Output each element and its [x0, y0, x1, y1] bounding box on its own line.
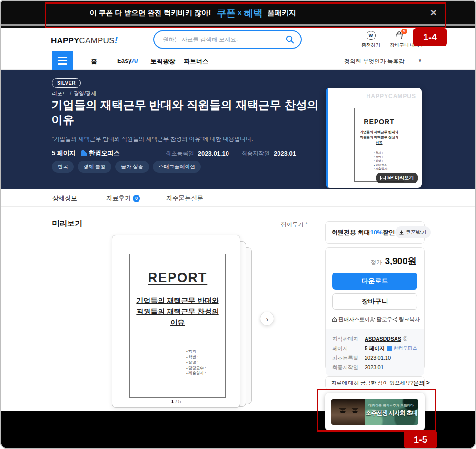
nav-item-topic[interactable]: 토픽광장: [150, 57, 175, 66]
nav-item-home[interactable]: 홈: [91, 57, 97, 66]
report-cover-box: REPORT 기업들의 재택근무 반대와 직원들의 재택근무 찬성의 이유 학과…: [129, 254, 226, 398]
download-button[interactable]: 다운로드: [332, 273, 417, 290]
share-icon: [392, 317, 397, 322]
breadcrumb-separator: /: [70, 90, 71, 96]
menu-hamburger-button[interactable]: [52, 51, 73, 70]
info-row-pages: 페이지 5 페이지 한컴오피스: [332, 343, 417, 353]
add-to-cart-button[interactable]: 장바구니: [332, 293, 417, 310]
info-row-reg-date: 최초등록일 2023.01.10: [332, 353, 417, 362]
download-icon: [399, 230, 404, 235]
inquiry-link[interactable]: 문의 >: [413, 379, 429, 387]
grade-badge: SILVER: [52, 78, 81, 88]
main-nav: 홈 EasyAI 토픽광장 파트너스 정의란 무엇인가 독후감 ∨: [1, 51, 475, 70]
page-title: 기업들의 재택근무 반대와 직원들의 재택근무 찬성의 이유: [51, 98, 327, 127]
search-bar: [153, 30, 302, 49]
nav-item-easyai[interactable]: EasyAI: [117, 57, 138, 64]
home-icon: [332, 317, 337, 322]
annotation-badge-1-4: 1-4: [413, 28, 447, 46]
product-info-panel: 지식판매자 ASDASDDSAS ⓒ 페이지 5 페이지 한컴오피스 최초등록일…: [326, 329, 424, 376]
page-indicator: 1 / 5: [112, 399, 240, 404]
hancom-doc-icon: [387, 346, 392, 351]
tag-stagflation[interactable]: 스태그플레이션: [153, 161, 201, 173]
logo-bang: !: [115, 35, 118, 45]
tag-recession[interactable]: 경제 불황: [78, 161, 111, 173]
site-header: HAPPYCAMPUS! ₩ 충전하기 9 장바구니 내정보: [1, 28, 475, 51]
tab-faq[interactable]: 자주묻는질문: [166, 194, 203, 203]
breadcrumb: 리포트/경영/경제: [52, 90, 96, 97]
info-row-mod-date: 최종저작일 2023.01: [332, 362, 417, 372]
reg-date-value: 2023.01.10: [198, 150, 229, 157]
nav-item-partners[interactable]: 파트너스: [184, 57, 208, 66]
easyai-ai: AI: [131, 57, 138, 64]
coupon-text: 회원전용 최대10%할인: [331, 228, 395, 237]
detail-tabs: 상세정보 자료후기0 자주묻는질문: [1, 189, 475, 207]
chevron-down-icon[interactable]: ∨: [418, 57, 422, 63]
logo-part-campus: CAMPUS: [79, 36, 115, 45]
report-title-line1: 기업들의 재택근무 반대와: [130, 295, 225, 306]
report-heading: REPORT: [355, 118, 404, 126]
tag-inflation[interactable]: 물가 상승: [115, 161, 149, 173]
report-title-line3: 이유: [355, 140, 404, 145]
copy-link-link[interactable]: 링크복사: [392, 316, 420, 323]
mod-date-value: 2023.01: [274, 150, 296, 157]
seller-links: 판매자스토어 팔로우 링크복사: [326, 310, 424, 323]
annotation-badge-1-5: 1-5: [404, 431, 437, 448]
person-plus-icon: [370, 317, 375, 322]
follow-link[interactable]: 팔로우: [370, 316, 392, 323]
preview-page-front: REPORT 기업들의 재택근무 반대와 직원들의 재택근무 찬성의 이유 학과…: [112, 235, 240, 408]
image-icon: [380, 176, 386, 180]
thumbnail-report-cover: REPORT 기업들의 재택근무 반대와 직원들의 재택근무 찬성의 이유 학과…: [354, 108, 404, 182]
reg-date-label: 최초등록일: [166, 149, 194, 157]
report-fields: 학과 :학번 :성명 :담당교수 :제출일자 :: [130, 349, 225, 376]
collapse-toggle[interactable]: 접어두기 ^: [281, 221, 308, 229]
annotation-box-top: [45, 2, 446, 28]
inquiry-card: 자료에 대해 궁금한 점이 있으세요? 문의 >: [325, 376, 425, 390]
price-row: 정가3,900원: [326, 248, 424, 267]
report-title-line2: 직원들의 재택근무 찬성의: [355, 135, 404, 140]
coin-icon: ₩: [359, 30, 382, 40]
coupon-card: 회원전용 최대10%할인 쿠폰받기: [325, 221, 425, 244]
easyai-easy: Easy: [117, 57, 131, 64]
logo-part-happy: HAPPY: [51, 36, 79, 45]
related-doc-dropdown[interactable]: 정의란 무엇인가 독후감: [344, 58, 405, 66]
search-icon[interactable]: [285, 35, 295, 44]
file-format: 한컴오피스: [89, 149, 120, 157]
report-heading: REPORT: [130, 271, 225, 285]
next-page-button[interactable]: ›: [260, 312, 274, 326]
tag-list: 한국 경제 불황 물가 상승 스태그플레이션: [52, 161, 201, 173]
price-label: 정가: [370, 259, 382, 265]
happycampus-product-page: 이 쿠폰 다 받으면 완전 럭키비키 잖아! 쿠폰 X 혜택 풀패키지 ✕ 1-…: [0, 0, 476, 449]
price-value: 3,900원: [385, 256, 416, 266]
seller-grade-icon: ⓒ: [403, 334, 407, 343]
tag-korea[interactable]: 한국: [52, 161, 74, 173]
tab-detail[interactable]: 상세정보: [52, 194, 77, 203]
tab-review[interactable]: 자료후기0: [106, 194, 140, 203]
discount-percent: 10%: [370, 229, 383, 236]
mod-date-label: 최종저작일: [241, 149, 270, 157]
charge-button[interactable]: ₩ 충전하기: [359, 30, 382, 49]
report-title-line3: 이유: [130, 317, 225, 328]
hancom-doc-icon: [81, 150, 87, 156]
seller-name-link[interactable]: ASDASDDSAS: [365, 334, 401, 343]
get-coupon-button[interactable]: 쿠폰받기: [395, 226, 431, 238]
charge-label: 충전하기: [359, 42, 382, 49]
report-title-line2: 직원들의 재택근무 찬성의: [130, 306, 225, 317]
document-thumbnail-card[interactable]: HAPPYCAMPUS REPORT 기업들의 재택근무 반대와 직원들의 재택…: [326, 88, 422, 188]
product-description: "기업들의 재택근무 반대와 직원들의 재택근무 찬성의 이유"에 대한 내용입…: [52, 135, 253, 143]
report-title-line1: 기업들의 재택근무 반대와: [355, 129, 404, 135]
thumbnail-spine: [326, 88, 328, 188]
product-meta: 5 페이지 한컴오피스 최초등록일 2023.01.10 최종저작일 2023.…: [52, 149, 296, 157]
inquiry-question: 자료에 대해 궁금한 점이 있으세요?: [331, 380, 413, 387]
info-row-seller: 지식판매자 ASDASDDSAS ⓒ: [332, 334, 417, 343]
happycampus-logo[interactable]: HAPPYCAMPUS!: [51, 35, 118, 46]
page-count: 5 페이지: [52, 149, 76, 157]
purchase-card: 정가3,900원 다운로드 장바구니 판매자스토어 팔로우 링크복사 지식판매자…: [325, 247, 425, 370]
breadcrumb-subcategory[interactable]: 경영/경제: [74, 90, 96, 96]
breadcrumb-category[interactable]: 리포트: [52, 90, 68, 96]
report-fields: 학과 :학번 :성명 :담당교수 :제출일자 :: [355, 151, 404, 171]
search-input[interactable]: [163, 32, 282, 47]
preview-5p-button[interactable]: 5P 미리보기: [376, 173, 418, 183]
seller-store-link[interactable]: 판매자스토어: [332, 316, 370, 323]
annotation-box-bottom: [317, 389, 436, 432]
preview-section-title: 미리보기: [52, 219, 82, 229]
